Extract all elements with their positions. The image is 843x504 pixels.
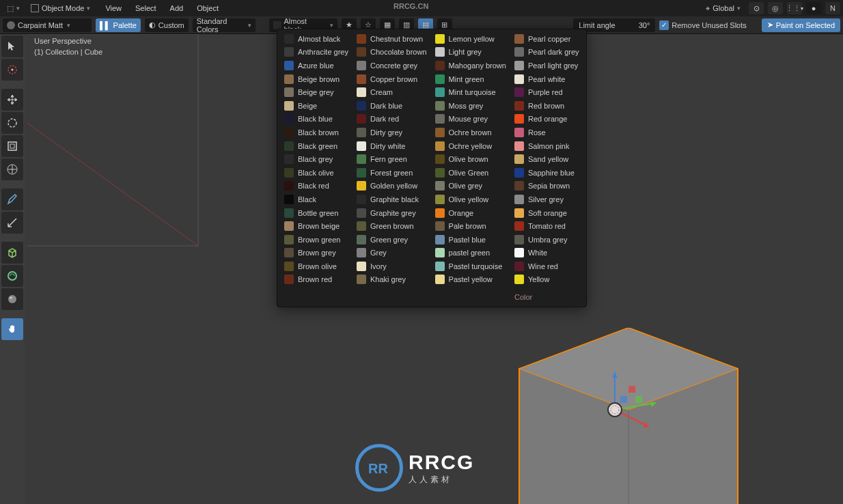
color-item[interactable]: Pearl copper — [510, 32, 583, 46]
overlay-dropdown[interactable]: ⋮⋮▾ — [787, 2, 802, 14]
color-item[interactable]: Brown green — [280, 233, 353, 247]
remove-unused-checkbox-row[interactable]: ✓ Remove Unused Slots — [659, 20, 746, 30]
color-item[interactable]: Chestnut brown — [353, 32, 431, 46]
color-item[interactable]: Pastel turquoise — [431, 260, 510, 273]
color-item[interactable]: Salmon pink — [510, 139, 583, 153]
color-item[interactable]: Light grey — [431, 46, 510, 59]
color-item[interactable]: Cream — [353, 85, 431, 99]
menu-object[interactable]: Object — [194, 3, 221, 14]
color-item[interactable]: White — [510, 247, 583, 260]
color-item[interactable]: Sepia brown — [510, 180, 583, 193]
material-dropdown[interactable]: Carpaint Matt ▾ — [3, 18, 92, 32]
color-item[interactable]: Ivory — [353, 260, 431, 273]
rotate-tool[interactable] — [1, 112, 23, 134]
color-item[interactable]: Anthracite grey — [280, 46, 353, 59]
snap-toggle[interactable]: ⊙ — [749, 2, 764, 14]
scale-tool[interactable] — [1, 135, 23, 157]
add-cube-tool[interactable] — [1, 242, 23, 264]
color-item[interactable]: Dirty grey — [353, 126, 431, 139]
remove-unused-checkbox[interactable]: ✓ — [659, 20, 669, 30]
color-item[interactable]: Forest green — [353, 166, 431, 180]
color-item[interactable]: Black — [280, 193, 353, 206]
color-item[interactable]: Tomato red — [510, 219, 583, 233]
color-item[interactable]: Silver grey — [510, 193, 583, 206]
color-item[interactable]: Yellow — [510, 273, 583, 287]
color-item[interactable]: Wine red — [510, 260, 583, 273]
move-tool[interactable] — [1, 89, 23, 111]
color-item[interactable]: Sapphire blue — [510, 166, 583, 180]
color-item[interactable]: Black olive — [280, 166, 353, 180]
color-item[interactable]: Fern green — [353, 152, 431, 166]
color-item[interactable]: Brown olive — [280, 260, 353, 273]
color-set-dropdown[interactable]: Standard Colors ▾ — [193, 18, 255, 32]
color-item[interactable]: Ochre yellow — [431, 139, 510, 153]
color-item[interactable]: Azure blue — [280, 59, 353, 72]
menu-view[interactable]: View — [102, 3, 124, 14]
color-item[interactable]: Mint green — [431, 72, 510, 86]
color-item[interactable]: Red brown — [510, 99, 583, 113]
sphere-tool[interactable] — [1, 288, 23, 310]
color-item[interactable]: Moss grey — [431, 99, 510, 113]
color-item[interactable]: Concrete grey — [353, 59, 431, 72]
color-item[interactable]: Mouse grey — [431, 113, 510, 126]
cursor-tool[interactable] — [1, 59, 23, 81]
color-item[interactable]: pastel green — [431, 247, 510, 260]
color-item[interactable]: Green brown — [353, 219, 431, 233]
color-item[interactable]: Black red — [280, 180, 353, 193]
color-item[interactable]: Beige grey — [280, 85, 353, 99]
color-item[interactable]: Bottle green — [280, 206, 353, 220]
color-item[interactable]: Orange — [431, 206, 510, 220]
palette-color-footer[interactable]: Color — [510, 290, 583, 304]
color-item[interactable]: Brown grey — [280, 247, 353, 260]
shading-icon-btn-1[interactable]: ● — [806, 2, 821, 14]
annotate-tool[interactable] — [1, 188, 23, 210]
color-item[interactable]: Chocolate brown — [353, 46, 431, 59]
paint-tool[interactable] — [1, 265, 23, 287]
color-item[interactable]: Green grey — [353, 233, 431, 247]
color-item[interactable]: Black grey — [280, 152, 353, 166]
color-item[interactable]: Olive yellow — [431, 193, 510, 206]
color-item[interactable]: Almost black — [280, 32, 353, 46]
color-item[interactable]: Pearl white — [510, 72, 583, 86]
menu-add[interactable]: Add — [167, 3, 186, 14]
color-item[interactable]: Grey — [353, 247, 431, 260]
proportional-toggle[interactable]: ◎ — [768, 2, 783, 14]
color-item[interactable]: Copper brown — [353, 72, 431, 86]
transform-tool[interactable] — [1, 158, 23, 180]
color-item[interactable]: Pale brown — [431, 219, 510, 233]
measure-tool[interactable] — [1, 212, 23, 234]
color-item[interactable]: Pearl light grey — [510, 59, 583, 72]
shading-icon-btn-2[interactable]: N — [825, 2, 840, 14]
color-item[interactable]: Ochre brown — [431, 126, 510, 139]
color-item[interactable]: Olive Green — [431, 166, 510, 180]
color-item[interactable]: Dark blue — [353, 99, 431, 113]
color-item[interactable]: Beige — [280, 99, 353, 113]
color-item[interactable]: Red orange — [510, 113, 583, 126]
palette-button[interactable]: ▌▌ Palette — [96, 18, 141, 32]
color-item[interactable]: Olive grey — [431, 180, 510, 193]
color-item[interactable]: Dirty white — [353, 139, 431, 153]
hand-tool[interactable] — [1, 318, 23, 340]
select-tool[interactable] — [1, 36, 23, 57]
color-item[interactable]: Brown beige — [280, 219, 353, 233]
color-item[interactable]: Purple red — [510, 85, 583, 99]
color-item[interactable]: Rose — [510, 126, 583, 139]
editor-type-dropdown[interactable]: ⬚▾ — [3, 3, 24, 14]
color-item[interactable]: Black green — [280, 139, 353, 153]
color-item[interactable]: Mahogany brown — [431, 59, 510, 72]
color-item[interactable]: Mint turquoise — [431, 85, 510, 99]
color-item[interactable]: Pearl dark grey — [510, 46, 583, 59]
color-item[interactable]: Pastel blue — [431, 233, 510, 247]
color-item[interactable]: Brown red — [280, 273, 353, 287]
color-item[interactable]: Graphite black — [353, 193, 431, 206]
color-item[interactable]: Beige brown — [280, 72, 353, 86]
color-item[interactable]: Pastel yellow — [431, 273, 510, 287]
color-item[interactable]: Khaki grey — [353, 273, 431, 287]
color-item[interactable]: Lemon yellow — [431, 32, 510, 46]
color-item[interactable]: Graphite grey — [353, 206, 431, 220]
orientation-dropdown[interactable]: ⌖ Global ▾ — [702, 3, 745, 14]
color-item[interactable]: Dark red — [353, 113, 431, 126]
color-item[interactable]: Sand yellow — [510, 152, 583, 166]
custom-button[interactable]: ◐ Custom — [145, 18, 189, 32]
paint-on-selected-button[interactable]: ➤ Paint on Selected — [762, 18, 840, 32]
